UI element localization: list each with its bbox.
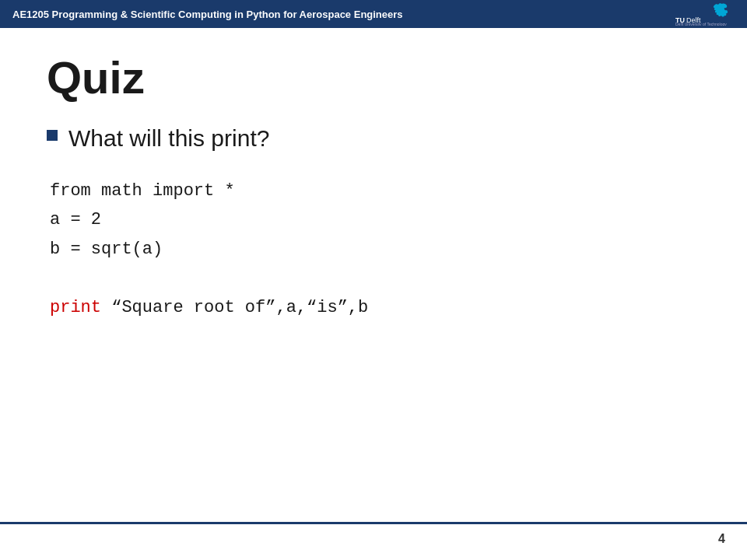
header-title: AE1205 Programming & Scientific Computin… [12, 9, 403, 20]
page-number: 4 [718, 532, 725, 546]
slide-content: Quiz What will this print? from math imp… [0, 28, 747, 338]
keyword-print: print [50, 298, 101, 317]
slide-title: Quiz [47, 51, 700, 103]
code-empty-line [50, 264, 700, 292]
code-line-4: print “Square root of”,a,“is”,b [50, 293, 700, 322]
bottom-border [0, 522, 747, 524]
bullet-icon [47, 130, 58, 141]
bullet-text: What will this print? [68, 125, 269, 152]
code-line-3: b = sqrt(a) [50, 235, 700, 264]
top-bar: AE1205 Programming & Scientific Computin… [0, 0, 747, 28]
svg-text:Delft University of Technology: Delft University of Technology [675, 22, 727, 26]
code-block: from math import * a = 2 b = sqrt(a) pri… [50, 177, 700, 322]
tu-delft-logo: TU Delft Delft University of Technology [675, 2, 738, 26]
logo-container: TU Delft Delft University of Technology [675, 2, 738, 26]
bullet-section: What will this print? [47, 125, 700, 152]
code-line-2: a = 2 [50, 205, 700, 234]
code-line-1: from math import * [50, 177, 700, 205]
code-line-4-rest: “Square root of”,a,“is”,b [101, 298, 368, 317]
